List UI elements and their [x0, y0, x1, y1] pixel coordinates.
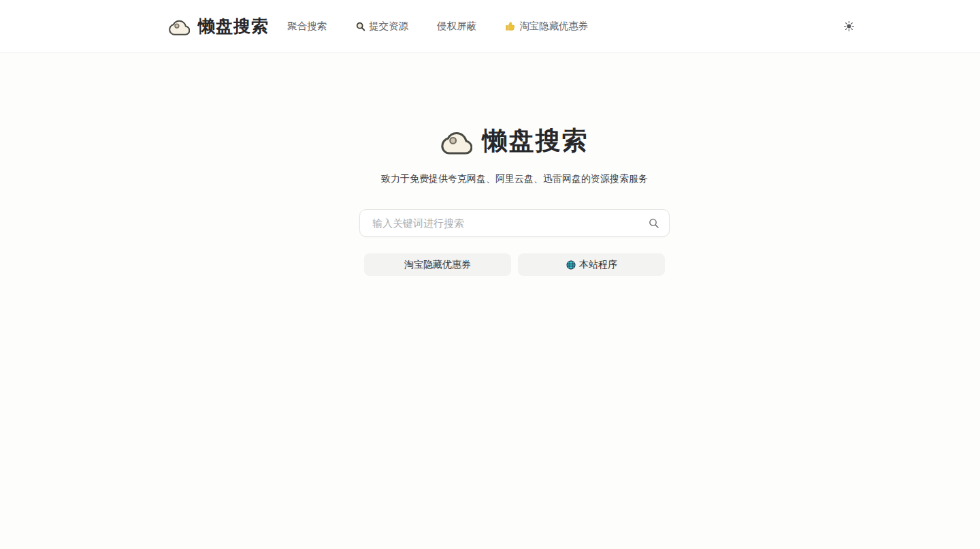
page-subtitle: 致力于免费提供夸克网盘、阿里云盘、迅雷网盘的资源搜索服务 — [359, 173, 670, 185]
nav-item-submit-resource[interactable]: 提交资源 — [355, 20, 408, 33]
quick-btn-label: 本站程序 — [579, 259, 617, 271]
header: 懒盘搜索 聚合搜索 提交资源 侵权屏蔽 淘宝隐藏优惠券 — [0, 0, 980, 53]
main-content: 懒盘搜索 致力于免费提供夸克网盘、阿里云盘、迅雷网盘的资源搜索服务 淘宝隐藏优惠… — [0, 53, 980, 276]
nav-item-taobao-coupon[interactable]: 淘宝隐藏优惠券 — [505, 20, 589, 33]
nav-item-label: 聚合搜索 — [287, 20, 327, 33]
magnifier-icon — [355, 21, 366, 32]
nav-item-label: 淘宝隐藏优惠券 — [519, 20, 589, 33]
nav-item-label: 侵权屏蔽 — [437, 20, 476, 33]
brand-title[interactable]: 懒盘搜索 — [198, 15, 269, 37]
nav-item-infringement-block[interactable]: 侵权屏蔽 — [437, 20, 476, 33]
site-program-button[interactable]: 本站程序 — [518, 253, 665, 276]
main-nav: 聚合搜索 提交资源 侵权屏蔽 淘宝隐藏优惠券 — [287, 20, 589, 33]
globe-icon — [566, 260, 576, 270]
cloud-logo-icon — [169, 17, 190, 35]
page-title: 懒盘搜索 — [483, 124, 589, 158]
nav-item-aggregate-search[interactable]: 聚合搜索 — [287, 20, 327, 33]
cloud-logo-icon — [441, 127, 472, 155]
sun-icon — [843, 20, 855, 32]
theme-toggle-button[interactable] — [841, 19, 856, 34]
magnifier-icon — [648, 217, 660, 230]
brand[interactable]: 懒盘搜索 — [169, 15, 269, 37]
thumbs-up-icon — [505, 20, 517, 32]
quick-btn-label: 淘宝隐藏优惠券 — [404, 259, 471, 271]
hero-title-row: 懒盘搜索 — [359, 124, 670, 158]
nav-item-label: 提交资源 — [369, 20, 408, 33]
quick-links: 淘宝隐藏优惠券 本站程序 — [359, 253, 670, 276]
taobao-coupon-button[interactable]: 淘宝隐藏优惠券 — [364, 253, 511, 276]
search-submit-button[interactable] — [647, 217, 661, 230]
search-box — [359, 209, 670, 237]
search-input[interactable] — [359, 209, 670, 237]
